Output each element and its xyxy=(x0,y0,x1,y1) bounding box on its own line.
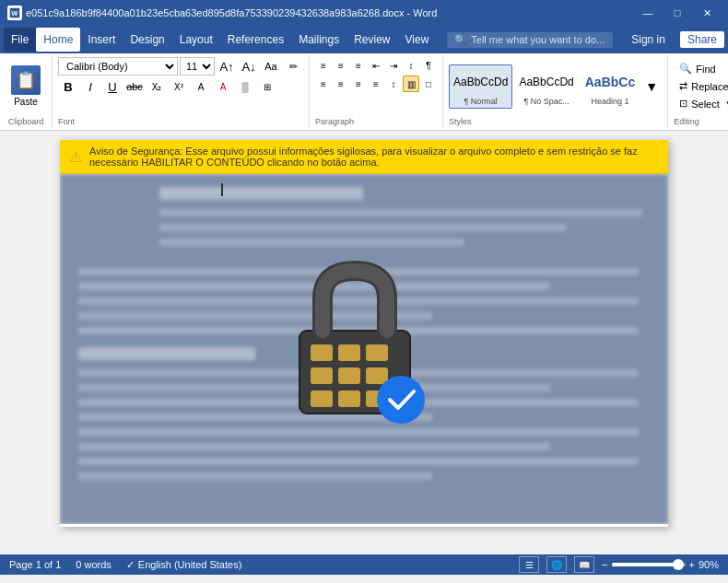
decrease-indent-btn[interactable]: ⇤ xyxy=(368,57,384,74)
select-button[interactable]: ⊡ Select ▼ xyxy=(674,96,728,111)
read-view-btn[interactable]: 📖 xyxy=(574,556,594,573)
style-no-spacing[interactable]: AaBbCcDd ¶ No Spac... xyxy=(514,64,578,109)
font-size-select[interactable]: 11 xyxy=(180,57,215,76)
page-count: Page 1 of 1 xyxy=(9,559,61,570)
align-right-btn[interactable]: ≡ xyxy=(350,76,367,92)
style-normal[interactable]: AaBbCcDd ¶ Normal xyxy=(449,64,512,109)
document-page: ⚠ Aviso de Segurança: Esse arquivo possu… xyxy=(60,140,668,527)
font-color-btn[interactable]: A xyxy=(213,77,233,96)
lock-icon xyxy=(281,257,447,441)
sort-btn[interactable]: ↕ xyxy=(403,57,419,74)
menu-file[interactable]: File xyxy=(4,28,36,52)
borders-btn[interactable]: ⊞ xyxy=(257,77,277,96)
paragraph-label: Paragraph xyxy=(315,115,354,126)
paste-label: Paste xyxy=(14,97,38,107)
svg-rect-10 xyxy=(338,391,360,407)
web-view-btn[interactable]: 🌐 xyxy=(546,556,567,573)
zoom-out-btn[interactable]: − xyxy=(602,559,607,570)
print-view-btn[interactable]: ☰ xyxy=(519,556,539,573)
zoom-percent: 90% xyxy=(699,559,719,570)
increase-indent-btn[interactable]: ⇥ xyxy=(385,57,402,74)
spellcheck-icon: ✓ xyxy=(126,559,135,571)
title-text: e051c9a186b9f84400a01b23e5cba63ed895d8fa… xyxy=(26,7,437,18)
find-label: Find xyxy=(696,64,715,75)
zoom-slider[interactable] xyxy=(612,563,686,566)
tell-me-placeholder: Tell me what you want to do... xyxy=(471,34,605,45)
tell-me-input[interactable]: 🔍 Tell me what you want to do... xyxy=(447,32,613,48)
minimize-button[interactable]: — xyxy=(634,3,662,23)
strikethrough-button[interactable]: abc xyxy=(124,77,145,96)
svg-point-12 xyxy=(377,376,425,424)
find-button[interactable]: 🔍 Find xyxy=(674,61,728,76)
borders-para-btn[interactable]: □ xyxy=(420,76,437,92)
justify-btn[interactable]: ≡ xyxy=(368,76,384,92)
line-spacing-btn[interactable]: ↕ xyxy=(385,76,402,92)
spell-check[interactable]: ✓ English (United States) xyxy=(126,559,242,571)
select-label: Select xyxy=(691,99,720,110)
replace-button[interactable]: ⇄ Replace xyxy=(674,78,728,94)
menu-review[interactable]: Review xyxy=(346,28,397,52)
show-hide-btn[interactable]: ¶ xyxy=(420,57,437,74)
replace-label: Replace xyxy=(691,81,728,92)
svg-rect-8 xyxy=(366,367,388,384)
menu-design[interactable]: Design xyxy=(123,28,171,52)
zoom-in-btn[interactable]: + xyxy=(689,559,695,570)
bold-button[interactable]: B xyxy=(58,77,78,96)
svg-rect-7 xyxy=(338,367,360,384)
menu-layout[interactable]: Layout xyxy=(172,28,220,52)
styles-label: Styles xyxy=(449,115,472,126)
menu-bar: File Home Insert Design Layout Reference… xyxy=(0,26,728,53)
decrease-font-btn[interactable]: A↓ xyxy=(239,57,259,76)
svg-rect-4 xyxy=(338,344,360,361)
numbering-btn[interactable]: ≡ xyxy=(333,57,349,74)
warning-icon: ⚠ xyxy=(69,148,82,166)
editing-group: 🔍 Find ⇄ Replace ⊡ Select ▼ Editing xyxy=(668,55,728,128)
menu-references[interactable]: References xyxy=(220,28,291,52)
lock-overlay xyxy=(60,174,668,524)
italic-button[interactable]: I xyxy=(80,77,100,96)
word-count: 0 words xyxy=(76,559,112,570)
clear-format-btn[interactable]: ✏ xyxy=(283,57,303,76)
find-icon: 🔍 xyxy=(679,63,692,75)
warning-bar: ⚠ Aviso de Segurança: Esse arquivo possu… xyxy=(60,140,668,174)
underline-button[interactable]: U xyxy=(102,77,123,96)
share-button[interactable]: Share xyxy=(680,31,724,48)
multilevel-btn[interactable]: ≡ xyxy=(350,57,367,74)
svg-rect-9 xyxy=(311,391,333,407)
shading-para-btn[interactable]: ▥ xyxy=(403,76,419,92)
menu-home[interactable]: Home xyxy=(36,28,80,52)
warning-text: Aviso de Segurança: Esse arquivo possui … xyxy=(89,146,659,168)
change-case-btn[interactable]: Aa xyxy=(261,57,281,76)
clipboard-group: 📋 Paste Clipboard xyxy=(0,55,53,128)
document-content xyxy=(60,174,668,524)
replace-icon: ⇄ xyxy=(679,80,687,92)
paste-button[interactable]: 📋 Paste xyxy=(6,62,46,111)
style-heading1[interactable]: AaBbCc Heading 1 xyxy=(581,64,640,109)
editing-label: Editing xyxy=(674,115,699,126)
highlight-btn[interactable]: A xyxy=(191,77,211,96)
font-group: Calibri (Body) 11 A↑ A↓ Aa ✏ B I U abc X… xyxy=(53,55,310,128)
font-name-select[interactable]: Calibri (Body) xyxy=(58,57,178,76)
svg-rect-5 xyxy=(366,344,388,361)
align-left-btn[interactable]: ≡ xyxy=(315,76,332,92)
menu-mailings[interactable]: Mailings xyxy=(291,28,346,52)
paste-icon: 📋 xyxy=(11,65,41,95)
zoom-handle[interactable] xyxy=(673,559,684,570)
menu-insert[interactable]: Insert xyxy=(80,28,123,52)
align-center-btn[interactable]: ≡ xyxy=(333,76,349,92)
select-icon: ⊡ xyxy=(679,98,687,110)
increase-font-btn[interactable]: A↑ xyxy=(217,57,237,76)
app-icon: W xyxy=(7,6,22,20)
title-bar: W e051c9a186b9f84400a01b23e5cba63ed895d8… xyxy=(0,0,728,26)
shading-btn[interactable]: ▒ xyxy=(235,77,255,96)
menu-view[interactable]: View xyxy=(398,28,437,52)
superscript-button[interactable]: X² xyxy=(169,77,189,96)
ribbon-toolbar: 📋 Paste Clipboard Calibri (Body) 11 A↑ A… xyxy=(0,53,728,131)
styles-more-btn[interactable]: ▼ xyxy=(641,77,662,96)
svg-rect-3 xyxy=(311,344,333,361)
signin-button[interactable]: Sign in xyxy=(624,31,673,48)
close-button[interactable]: ✕ xyxy=(693,3,721,23)
bullets-btn[interactable]: ≡ xyxy=(315,57,332,74)
subscript-button[interactable]: X₂ xyxy=(147,77,167,96)
maximize-button[interactable]: □ xyxy=(663,3,691,23)
